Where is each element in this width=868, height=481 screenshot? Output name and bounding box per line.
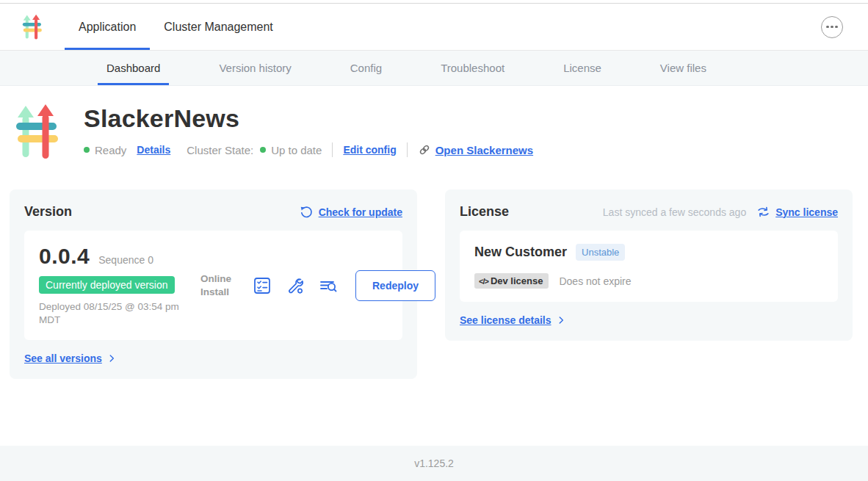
cluster-state-text: Up to date bbox=[271, 144, 322, 156]
install-type-label: Online Install bbox=[200, 272, 239, 298]
version-number: 0.0.4 bbox=[39, 244, 90, 269]
details-link[interactable]: Details bbox=[137, 144, 170, 156]
chain-link-icon bbox=[418, 143, 431, 156]
deployed-timestamp: Deployed 08/15/25 @ 03:54 pm MDT bbox=[39, 300, 199, 327]
sync-icon bbox=[756, 205, 770, 219]
view-logs-icon[interactable] bbox=[319, 276, 338, 295]
code-icon: </> bbox=[479, 277, 488, 286]
tab-cluster-management-label: Cluster Management bbox=[164, 21, 273, 34]
current-version-panel: 0.0.4 Sequence 0 Currently deployed vers… bbox=[24, 231, 402, 340]
console-version: v1.125.2 bbox=[414, 458, 454, 469]
open-app-link[interactable]: Open Slackernews bbox=[435, 144, 533, 156]
overflow-menu-button[interactable] bbox=[821, 16, 843, 38]
tab-config[interactable]: Config bbox=[341, 51, 391, 85]
app-status-row: Ready Details Cluster State: Up to date … bbox=[84, 142, 533, 157]
app-sub-nav: Dashboard Version history Config Trouble… bbox=[0, 51, 868, 86]
app-footer: v1.125.2 bbox=[0, 446, 868, 481]
see-all-versions-link[interactable]: See all versions bbox=[24, 352, 102, 364]
cluster-status-dot bbox=[260, 147, 266, 153]
license-type-badge: </> Dev license bbox=[474, 273, 549, 289]
tab-dashboard[interactable]: Dashboard bbox=[98, 51, 169, 85]
tab-version-history[interactable]: Version history bbox=[210, 51, 300, 85]
license-card: License Last synced a few seconds ago Sy… bbox=[445, 189, 853, 341]
expiry-text: Does not expire bbox=[559, 275, 631, 287]
arrows-logo-icon bbox=[21, 12, 46, 43]
license-card-title: License bbox=[460, 204, 509, 220]
tab-application[interactable]: Application bbox=[65, 4, 150, 50]
deployed-badge: Currently deployed version bbox=[39, 276, 175, 294]
tab-cluster-management[interactable]: Cluster Management bbox=[150, 4, 287, 50]
customer-name: New Customer bbox=[474, 245, 567, 260]
refresh-icon bbox=[299, 205, 314, 220]
config-wrench-icon[interactable] bbox=[286, 276, 305, 295]
preflight-checks-icon[interactable] bbox=[253, 276, 272, 295]
app-hero: SlackerNews Ready Details Cluster State:… bbox=[0, 98, 868, 166]
sequence-label: Sequence 0 bbox=[98, 254, 153, 266]
license-details-panel: New Customer Unstable </> Dev license Do… bbox=[460, 231, 838, 302]
chevron-right-icon bbox=[556, 315, 566, 325]
app-logo-small bbox=[0, 4, 65, 50]
app-status-dot bbox=[84, 147, 90, 153]
version-card-title: Version bbox=[24, 204, 72, 220]
edit-config-link[interactable]: Edit config bbox=[343, 144, 396, 156]
app-state-text: Ready bbox=[95, 144, 126, 156]
chevron-right-icon bbox=[106, 353, 117, 364]
last-synced-text: Last synced a few seconds ago bbox=[603, 206, 746, 218]
divider bbox=[407, 142, 408, 157]
app-logo-large bbox=[16, 98, 62, 166]
version-card: Version Check for update 0.0.4 Sequence … bbox=[10, 189, 417, 379]
divider bbox=[332, 142, 333, 157]
tab-license[interactable]: License bbox=[554, 51, 610, 85]
redeploy-button[interactable]: Redeploy bbox=[355, 270, 435, 301]
tab-troubleshoot[interactable]: Troubleshoot bbox=[432, 51, 513, 85]
cluster-state-label: Cluster State: bbox=[187, 144, 253, 156]
ellipsis-icon bbox=[826, 26, 829, 29]
top-nav: Application Cluster Management bbox=[0, 4, 868, 51]
tab-view-files[interactable]: View files bbox=[651, 51, 715, 85]
tab-application-label: Application bbox=[79, 21, 136, 34]
channel-badge: Unstable bbox=[576, 244, 625, 261]
page-title: SlackerNews bbox=[84, 104, 533, 133]
check-for-update-link[interactable]: Check for update bbox=[319, 206, 402, 218]
see-license-details-link[interactable]: See license details bbox=[460, 314, 551, 326]
sync-license-link[interactable]: Sync license bbox=[775, 206, 838, 218]
main-content: SlackerNews Ready Details Cluster State:… bbox=[0, 86, 868, 446]
top-nav-tabs: Application Cluster Management bbox=[65, 4, 287, 50]
